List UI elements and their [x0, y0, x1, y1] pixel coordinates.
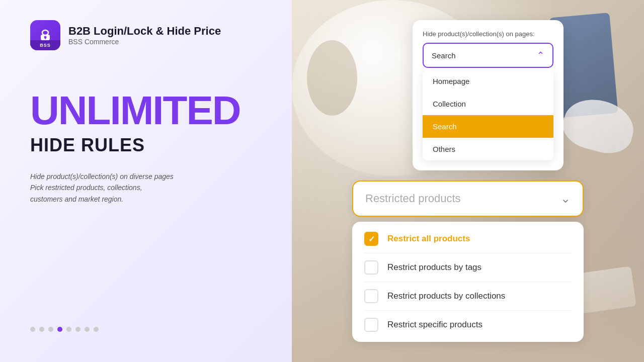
- checkbox-tags-box[interactable]: [364, 260, 378, 275]
- hero-subtitle: HIDE RULES: [30, 135, 262, 156]
- svg-rect-0: [42, 30, 48, 35]
- chevron-down-icon: ⌄: [560, 192, 571, 206]
- company-name: BSS Commerce: [68, 38, 221, 46]
- logo-text: B2B Login/Lock & Hide Price BSS Commerce: [68, 25, 221, 46]
- dropdown-label: Hide product(s)/collection(s) on pages:: [423, 30, 553, 38]
- left-panel: BSS B2B Login/Lock & Hide Price BSS Comm…: [0, 0, 292, 362]
- checkbox-item-specific[interactable]: Restrict specific products: [364, 311, 572, 332]
- dot-5[interactable]: [66, 327, 71, 332]
- checkbox-list-card: Restrict all products Restrict products …: [352, 222, 584, 342]
- checkbox-all-box[interactable]: [364, 232, 378, 246]
- bss-label: BSS: [40, 43, 51, 48]
- checkbox-specific-label: Restrict specific products: [387, 320, 482, 330]
- checkbox-item-all[interactable]: Restrict all products: [364, 232, 572, 253]
- app-name: B2B Login/Lock & Hide Price: [68, 25, 221, 38]
- right-panel: Hide product(s)/collection(s) on pages: …: [292, 0, 644, 362]
- app-logo-icon: BSS: [30, 20, 60, 50]
- dropdown-menu: Homepage Collection Search Others: [423, 70, 553, 160]
- dropdown-option-collection[interactable]: Collection: [423, 93, 553, 115]
- logo-area: BSS B2B Login/Lock & Hide Price BSS Comm…: [30, 20, 262, 50]
- checkbox-tags-label: Restrict products by tags: [387, 262, 481, 273]
- hero-title: UNLIMITED: [30, 90, 262, 131]
- checkbox-specific-box[interactable]: [364, 318, 378, 332]
- dropdown-option-others[interactable]: Others: [423, 138, 553, 160]
- pagination-dots: [30, 327, 262, 342]
- dropdown-card: Hide product(s)/collection(s) on pages: …: [413, 20, 564, 170]
- ui-overlay: Hide product(s)/collection(s) on pages: …: [292, 0, 644, 362]
- dropdown-option-search[interactable]: Search: [423, 115, 553, 138]
- svg-rect-3: [45, 37, 46, 39]
- checkbox-item-tags[interactable]: Restrict products by tags: [364, 253, 572, 282]
- dropdown-selected-value: Search: [432, 51, 456, 60]
- restricted-products-dropdown[interactable]: Restricted products ⌄: [352, 180, 584, 217]
- dot-6[interactable]: [75, 327, 80, 332]
- chevron-up-icon: ⌃: [537, 50, 544, 61]
- restricted-products-label: Restricted products: [365, 192, 461, 205]
- checkbox-all-label: Restrict all products: [387, 234, 470, 244]
- hero-description: Hide product(s)/collection(s) on diverse…: [30, 171, 262, 205]
- dot-4[interactable]: [57, 327, 62, 332]
- hero-section: UNLIMITED HIDE RULES Hide product(s)/col…: [30, 90, 262, 205]
- dropdown-select-button[interactable]: Search ⌃: [423, 43, 553, 68]
- dropdown-option-homepage[interactable]: Homepage: [423, 70, 553, 93]
- checkbox-collections-label: Restrict products by collections: [387, 291, 505, 301]
- dot-1[interactable]: [30, 327, 35, 332]
- dot-3[interactable]: [48, 327, 53, 332]
- dot-8[interactable]: [94, 327, 99, 332]
- dot-2[interactable]: [39, 327, 44, 332]
- checkbox-item-collections[interactable]: Restrict products by collections: [364, 282, 572, 311]
- dot-7[interactable]: [85, 327, 90, 332]
- checkbox-collections-box[interactable]: [364, 289, 378, 303]
